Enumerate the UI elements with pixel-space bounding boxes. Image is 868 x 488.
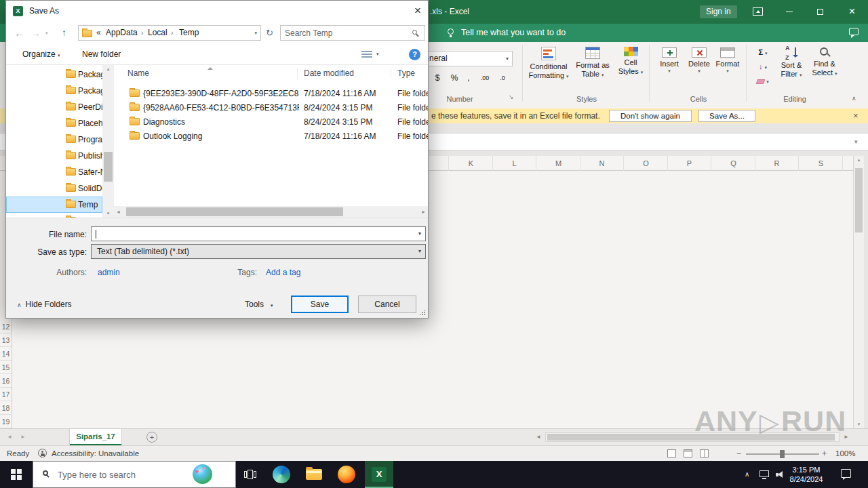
increase-decimal-button[interactable]: .00 [476, 70, 494, 85]
new-folder-button[interactable]: New folder [82, 44, 121, 64]
vertical-scrollbar[interactable]: ▴ ▾ [853, 156, 864, 428]
tree-scroll-up-icon[interactable]: ▴ [102, 66, 114, 72]
taskbar-clock[interactable]: 3:15 PM 8/24/2024 [785, 465, 827, 484]
hscroll-thumb[interactable] [126, 207, 343, 216]
file-row[interactable]: Outlook Logging 7/18/2024 11:16 AM File … [114, 129, 428, 144]
dont-show-again-button[interactable]: Don't show again [609, 110, 692, 122]
minimize-button[interactable] [774, 0, 805, 24]
search-input[interactable] [285, 27, 407, 39]
hscroll-right-icon[interactable]: ► [421, 206, 426, 218]
file-row[interactable]: Diagnostics 8/24/2024 3:15 PM File folde… [114, 115, 428, 129]
delete-cells-button[interactable]: Delete ▾ [685, 45, 713, 89]
scroll-up-icon[interactable]: ▴ [854, 157, 864, 163]
conditional-formatting-button[interactable]: Conditional Formatting ▾ [526, 44, 571, 93]
zoom-slider-thumb[interactable] [780, 450, 785, 458]
hide-folders-button[interactable]: ∧Hide Folders [17, 300, 72, 309]
tree-item[interactable]: Safer-N [6, 164, 102, 180]
save-button[interactable]: Save [291, 296, 349, 313]
volume-icon[interactable] [776, 471, 785, 478]
file-name-input[interactable]: ▾ [91, 226, 426, 241]
tags-add[interactable]: Add a tag [266, 267, 300, 278]
dialog-titlebar[interactable]: Save As × [6, 1, 428, 22]
refresh-button[interactable]: ↻ [266, 22, 273, 44]
task-view-button[interactable] [236, 461, 264, 488]
address-dropdown-icon[interactable]: ▾ [254, 26, 257, 40]
insert-cells-button[interactable]: Insert ▾ [655, 45, 684, 89]
forward-button[interactable]: → [31, 22, 41, 44]
tree-item[interactable]: Publish [6, 148, 102, 164]
start-button[interactable] [0, 461, 33, 488]
taskbar-search[interactable] [33, 461, 236, 488]
breadcrumb-overflow[interactable]: « [96, 26, 101, 40]
format-as-table-button[interactable]: Format as Table ▾ [572, 44, 613, 93]
action-center-icon[interactable] [841, 469, 851, 478]
back-button[interactable]: ← [14, 22, 24, 44]
firefox-button[interactable] [331, 461, 362, 488]
tree-item[interactable]: PeerDis [6, 99, 102, 115]
formula-bar-expand-icon[interactable]: ▾ [854, 134, 858, 150]
edge-button[interactable] [266, 461, 297, 488]
accessibility-status[interactable]: Accessibility: Unavailable [52, 446, 139, 461]
help-button[interactable]: ? [409, 49, 420, 60]
file-list-hscrollbar[interactable]: ◄ ► [114, 206, 428, 218]
hscroll-left-icon[interactable]: ◄ [116, 206, 121, 218]
zoom-level[interactable]: 100% [835, 446, 855, 461]
address-bar[interactable]: « AppData › Local › Temp ▾ [78, 25, 261, 41]
resize-grip[interactable] [424, 314, 425, 315]
comments-icon[interactable] [849, 28, 859, 35]
zoom-out-button[interactable]: − [736, 446, 741, 461]
tree-item[interactable]: Placeho [6, 115, 102, 131]
save-as-type-select[interactable]: Text (Tab delimited) (*.txt) ▾ [91, 244, 426, 259]
tree-item[interactable]: SolidDo [6, 180, 102, 197]
ribbon-display-options-icon[interactable] [753, 7, 763, 16]
search-box[interactable] [280, 25, 425, 41]
collapse-ribbon-icon[interactable]: ∧ [852, 95, 856, 102]
column-date-modified[interactable]: Date modified [304, 65, 354, 81]
vertical-scroll-thumb[interactable] [855, 168, 863, 232]
accounting-format-button[interactable]: $ [430, 70, 445, 85]
file-row[interactable]: {9528AA60-FE53-4C12-B0BD-F6E354713F... 8… [114, 101, 428, 115]
tree-item[interactable]: Packag [6, 83, 102, 99]
hscroll-left-icon[interactable]: ◄ [536, 429, 541, 445]
sign-in-button[interactable]: Sign in [700, 5, 737, 18]
recent-locations-dropdown-icon[interactable]: ▾ [45, 22, 48, 44]
sort-filter-button[interactable]: Sort & Filter ▾ [776, 44, 807, 93]
normal-view-button[interactable] [667, 449, 676, 458]
number-dialog-launcher-icon[interactable]: ↘ [509, 94, 514, 100]
sheet-nav-right-icon[interactable]: ► [20, 429, 26, 445]
warning-save-as-button[interactable]: Save As... [698, 110, 755, 122]
breadcrumb-appdata[interactable]: AppData [106, 26, 138, 40]
dialog-close-icon[interactable]: × [414, 1, 421, 20]
authors-value[interactable]: admin [98, 267, 120, 278]
breadcrumb-temp[interactable]: Temp [179, 26, 199, 40]
file-explorer-button[interactable] [298, 461, 330, 488]
scroll-down-icon[interactable]: ▾ [854, 422, 864, 427]
fill-button[interactable]: ↓ ▾ [750, 60, 776, 73]
decrease-decimal-button[interactable]: .0 [495, 70, 510, 85]
tree-item[interactable]: Progran [6, 131, 102, 148]
active-sheet-tab[interactable]: Siparis_17 [69, 429, 122, 445]
up-button[interactable]: ↑ [62, 22, 66, 44]
page-break-view-button[interactable] [700, 449, 709, 458]
search-highlights-icon[interactable] [193, 464, 212, 484]
tray-expand-icon[interactable]: ∧ [745, 461, 749, 488]
excel-taskbar-button[interactable] [365, 461, 393, 488]
find-select-button[interactable]: Find & Select ▾ [808, 44, 841, 93]
file-row[interactable]: {9EE293E3-390D-48FF-A2D0-59F3E2EC88... 7… [114, 87, 428, 101]
view-options-icon[interactable] [361, 50, 372, 58]
column-name[interactable]: Name [127, 65, 149, 81]
cell-styles-button[interactable]: Cell Styles ▾ [614, 44, 647, 93]
tree-item-selected[interactable]: Temp [6, 197, 102, 213]
view-options-dropdown-icon[interactable]: ▾ [376, 44, 379, 64]
breadcrumb-local[interactable]: Local [148, 26, 167, 40]
close-button[interactable]: × [836, 0, 868, 24]
format-cells-button[interactable]: Format ▾ [713, 45, 742, 89]
new-sheet-button[interactable]: + [146, 432, 157, 443]
sheet-nav-left-icon[interactable]: ◄ [7, 429, 12, 445]
clear-button[interactable]: ▾ [750, 75, 776, 87]
warning-close-icon[interactable]: × [853, 108, 859, 123]
taskbar-search-input[interactable] [58, 467, 186, 482]
zoom-in-button[interactable]: + [822, 446, 827, 461]
percent-style-button[interactable]: % [448, 70, 461, 85]
tree-scrollbar[interactable]: ▴ ▾ [102, 65, 114, 218]
